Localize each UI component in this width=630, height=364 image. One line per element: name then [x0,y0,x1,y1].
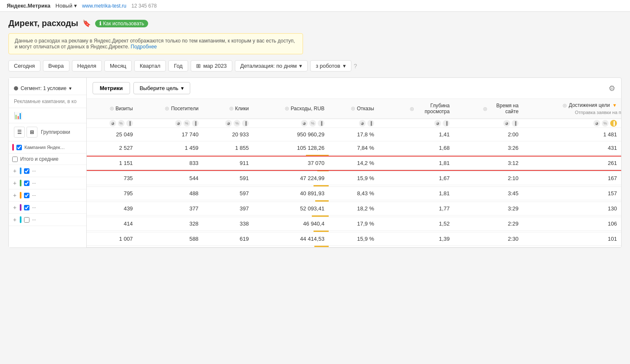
cell-visitors: 833 [137,157,203,170]
filter-today[interactable]: Сегодня [8,60,40,72]
chart-icon[interactable]: 📊 [14,112,22,120]
chart-icon-row: 📊 [9,108,86,123]
new-button[interactable]: Новый ▾ [56,3,77,9]
expand-button[interactable]: + [12,180,17,186]
metrics-button[interactable]: Метрики [93,82,130,94]
bar-icon-goals[interactable]: ▐ [610,120,617,127]
clicks-icons: ◕ % ▐ [207,120,249,127]
cell-depth: 1,67 [378,172,454,185]
cell-goals: 167 [523,172,621,185]
list-item: + ··· [9,202,86,214]
percent-icon-visits[interactable]: % [118,120,125,127]
cell-expenses: 40 891,93 [253,187,329,200]
col-header-visits[interactable]: ◎ Визиты [87,99,137,119]
segment-bar[interactable]: Сегмент: 1 условие ▾ [9,82,86,95]
cell-expenses: 37 070 [253,157,329,170]
filter-year[interactable]: Год [168,60,188,72]
filter-yesterday[interactable]: Вчера [43,60,69,72]
help-icon[interactable]: ? [354,63,357,69]
cell-visitors: 544 [137,172,203,185]
expand-button[interactable]: + [12,167,17,174]
bar-icon-depth[interactable]: ▐ [443,120,449,127]
campaign-checkbox[interactable] [24,181,29,186]
col-header-depth[interactable]: ◎ Глубина просмотра [378,99,454,119]
cell-visits: 414 [87,217,137,231]
bar-icon-visitors[interactable]: ▐ [192,120,199,127]
toolbar-row: Метрики Выберите цель ▾ ⚙ [87,78,621,99]
campaign-checkbox[interactable] [24,217,29,223]
info-icon: ℹ [99,21,101,27]
cell-depth: 1,81 [378,187,454,200]
cell-depth: 1,68 [378,141,454,155]
list-view-button[interactable]: ☰ [14,127,25,138]
cell-depth: 1,52 [378,217,454,231]
goal-button[interactable]: Выберите цель ▾ [133,82,190,94]
cell-clicks: 20 933 [203,128,253,141]
table-body: 25 04917 74020 933950 960,2917,8 %1,412:… [87,128,621,247]
campaign-color-bar [20,192,21,199]
how-to-use-badge[interactable]: ℹ Как использовать [95,20,149,27]
bar-icon-expenses[interactable]: ▐ [318,120,324,127]
info-icon-time: ◎ [483,106,487,112]
grid-view-button[interactable]: ⊞ [27,127,37,138]
data-table: ◎ Визиты ◎ Посетители ◎ [87,99,621,247]
cell-expenses: 52 093,41 [253,202,329,215]
percent-icon-expenses[interactable]: % [309,120,316,127]
total-checkbox[interactable] [12,157,18,162]
filter-week[interactable]: Неделя [72,60,102,72]
col-header-goals[interactable]: ◎ Достижения цели ▼ Отправка заявки на п… [523,99,621,119]
col-header-expenses[interactable]: ◎ Расходы, RUB [253,99,329,119]
depth-icons: ◕ ▐ [383,120,449,127]
cell-expenses: 950 960,29 [253,128,329,141]
campaign-checkbox[interactable] [24,168,29,174]
filter-quarter[interactable]: Квартал [134,60,166,72]
bookmark-icon[interactable]: 🔖 [82,19,91,27]
cell-bounces: 17,9 % [329,217,378,231]
pie-icon-bounces[interactable]: ◕ [359,120,366,127]
pie-icon-depth[interactable]: ◕ [434,120,441,127]
campaign-name: ··· [32,217,36,222]
pie-icon-clicks[interactable]: ◕ [225,120,232,127]
filter-robots[interactable]: з роботов ▾ [310,60,351,72]
cell-clicks: 591 [203,172,253,185]
cell-bounces: 17,8 % [329,128,378,141]
campaign-name: ··· [32,181,36,186]
col-header-clicks[interactable]: ◎ Клики [203,99,253,119]
cell-visitors: 377 [137,202,203,215]
bar-icon-time[interactable]: ▐ [512,120,518,127]
pie-icon-visitors[interactable]: ◕ [175,120,182,127]
pie-icon-time[interactable]: ◕ [503,120,510,127]
right-panel: Метрики Выберите цель ▾ ⚙ ◎ [87,78,621,247]
filter-date-range[interactable]: ⊞ мар 2023 [191,60,232,72]
bar-icon-visits[interactable]: ▐ [126,120,133,127]
icon-controls-row: ◕ % ▐ ◕ % ▐ [87,119,621,128]
table-row: 25 04917 74020 933950 960,2917,8 %1,412:… [87,128,621,141]
pie-icon-expenses[interactable]: ◕ [301,120,308,127]
settings-button[interactable]: ⚙ [609,84,615,93]
percent-icon-goals[interactable]: % [602,120,609,127]
percent-icon-clicks[interactable]: % [234,120,240,127]
bar-icon-bounces[interactable]: ▐ [367,120,374,127]
list-item: Кампания Яндекс.Дир [9,141,86,154]
cell-bounces: 8,43 % [329,187,378,200]
expand-button[interactable]: + [12,216,17,223]
expand-button[interactable]: + [12,204,17,211]
pie-icon-visits[interactable]: ◕ [109,120,116,127]
col-header-time[interactable]: ◎ Время на сайте [454,99,523,119]
campaign-checkbox[interactable] [24,193,29,198]
percent-icon-visitors[interactable]: % [183,120,190,127]
warning-box: Данные о расходах на рекламу в Яндекс.Ди… [8,33,303,54]
campaign-checkbox[interactable] [16,145,22,150]
campaign-checkbox[interactable] [24,205,29,210]
filter-detail[interactable]: Детализация: по дням ▾ [235,60,308,72]
pie-icon-goals[interactable]: ◕ [593,120,600,127]
table-row: 1 15183391137 07014,2 %1,813:12261 [87,157,621,170]
total-label: Итого и средние [20,156,58,162]
bar-icon-clicks[interactable]: ▐ [242,120,249,127]
filter-month[interactable]: Месяц [104,60,132,72]
warning-link[interactable]: Подробнее [131,44,157,50]
goals-icons: ◕ % ▐ [527,120,617,127]
expand-button[interactable]: + [12,192,17,199]
col-header-visitors[interactable]: ◎ Посетители [137,99,203,119]
col-header-bounces[interactable]: ◎ Отказы [329,99,378,119]
